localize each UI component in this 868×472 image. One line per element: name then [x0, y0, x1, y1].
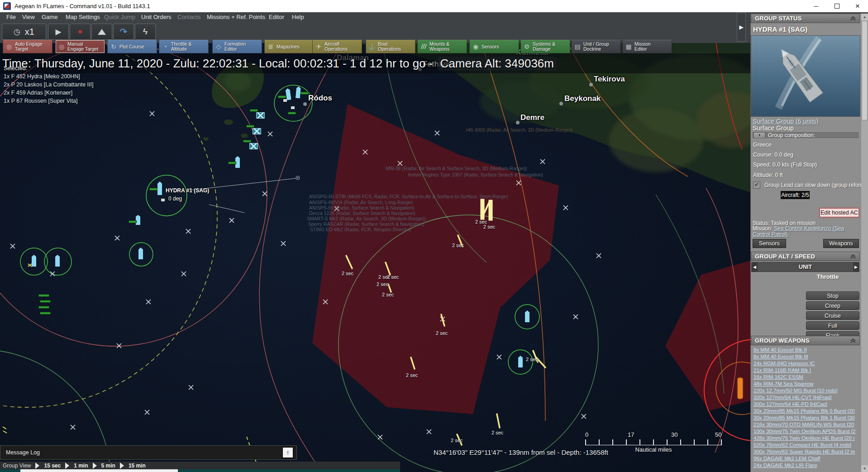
doctrine-document-icon: ▤	[572, 43, 583, 50]
group-lead-checkbox[interactable]: ✔	[753, 181, 760, 189]
friendly-ship-icon[interactable]	[525, 310, 529, 322]
time-compression-button[interactable]: ◷ x1	[2, 24, 46, 40]
weapon-link[interactable]: 428x 30mm/75 Twin Oerlikon HE Burst [20 …	[754, 435, 859, 442]
step-1min[interactable]: 1 min	[74, 462, 88, 469]
dropdown-arrow-icon[interactable]: ▼	[754, 132, 765, 138]
horizontal-scroll-thumb[interactable]	[20, 469, 178, 472]
horizontal-scrollbar[interactable]	[0, 469, 400, 472]
scroll-down-arrow[interactable]: ▼	[861, 465, 868, 472]
sidebar-scrollbar[interactable]: ▲ ▼	[861, 14, 868, 472]
systems-damage-button[interactable]: ⚙Systems & Damage	[520, 40, 570, 53]
group-composition-bar[interactable]: ▼ Group composition:	[752, 131, 859, 139]
mounts-weapons-button[interactable]: ///Mounts & Weapons	[417, 40, 467, 53]
friendly-ship-icon[interactable]	[136, 215, 140, 225]
tactical-map[interactable]: Time: Thursday, June 11, 2020 - Zulu: 22…	[0, 43, 750, 472]
status-bar-icon	[288, 112, 296, 114]
weapon-link[interactable]: 100x 30mm/75 Twin Oerlikon APDS Burst [2	[754, 428, 859, 435]
chevron-double-up-icon[interactable]	[850, 339, 856, 343]
weapon-link[interactable]: 300x 76mm/62 Super Rapido HE Burst [2 m	[754, 448, 859, 455]
weapon-link[interactable]: 216x 30mm/70 OTO MARLIN-WS Burst [20	[754, 421, 859, 428]
play-button[interactable]: ▶	[48, 24, 69, 40]
selected-units-panel: Selected: 1x F 452 Hydra [Meko 200HN] 2x…	[4, 65, 94, 105]
aircraft-operations-button[interactable]: ✈Aircraft Operations	[312, 40, 362, 53]
group-weapons-header[interactable]: GROUP WEAPONS	[751, 336, 860, 345]
step-button[interactable]	[91, 24, 112, 40]
weapon-link[interactable]: 300x 127mm/54 HE-PD [HiCap]	[754, 401, 859, 408]
scroll-thumb[interactable]	[862, 21, 868, 120]
throttle-full-button[interactable]: Full	[806, 321, 859, 330]
auto-engage-target-button[interactable]: ◎Auto Engage Target	[3, 40, 52, 53]
plot-course-button[interactable]: ↻Plot Course	[107, 40, 157, 53]
chevron-double-up-icon[interactable]	[850, 16, 856, 21]
boat-group-icon[interactable]	[249, 143, 258, 149]
edit-hosted-ac-button[interactable]: Edit hosted AC	[820, 208, 859, 217]
weapon-link[interactable]: 320x 127mm/54 HE-CVT [HiFrag]	[754, 394, 859, 401]
weapon-link[interactable]: 520x 76mm/62 Compact HE Burst [4 rnds]	[754, 442, 859, 448]
mission-prefix: Mission:	[753, 225, 774, 232]
weapon-link[interactable]: 24x DAGAIE Mk2 LIR Flare	[754, 462, 859, 469]
menu-editor[interactable]: Editor	[269, 12, 284, 22]
step-5min[interactable]: 5 min	[101, 462, 115, 469]
quick-action-button[interactable]: ϟ	[135, 24, 156, 40]
sensor-annotation: Sperry RASCAR (Radar, Surface Search & N…	[308, 221, 424, 227]
maximize-button[interactable]	[826, 0, 847, 12]
menu-file[interactable]: File	[6, 12, 16, 22]
weapon-link[interactable]: 96x DAGAIE Mk2 LEM Chaff	[754, 455, 859, 462]
weapon-link[interactable]: 48x RIM-7M Sea Sparrow	[754, 381, 859, 387]
menu-game[interactable]: Game	[42, 12, 57, 22]
step-15min[interactable]: 15 min	[129, 462, 146, 469]
weapon-link[interactable]: 8x MM.40 Exocet Blk III	[754, 353, 859, 360]
friendly-ship-icon[interactable]	[518, 356, 523, 367]
weapon-link[interactable]: 21x RIM-116B RAM Blk I	[754, 367, 859, 374]
throttle-cruise-button[interactable]: Cruise	[806, 311, 859, 320]
weapon-link[interactable]: 220x 12.7mm/50 MG Burst [10 rnds]	[754, 387, 859, 394]
chevron-double-up-icon[interactable]	[850, 254, 856, 259]
boat-operations-button[interactable]: ⚓Boat Operations	[366, 40, 415, 53]
minimize-button[interactable]: ─	[806, 0, 826, 12]
weapon-link[interactable]: 30x 20mm/85 Mk15 Phalanx Blk 1 Burst [30	[754, 415, 859, 421]
scroll-up-arrow[interactable]: ▲	[861, 14, 868, 20]
next-unit-button[interactable]: ▶	[853, 262, 859, 272]
expand-log-button[interactable]: ↑	[282, 447, 294, 458]
sidebar-expander-button[interactable]: ▶	[737, 13, 746, 42]
sidebar-weapons-button[interactable]: Weapons	[823, 239, 859, 248]
manual-engage-target-button[interactable]: ◎Manual Engage Target	[55, 40, 105, 53]
friendly-ship-icon[interactable]	[32, 255, 36, 267]
friendly-ship-icon[interactable]	[138, 248, 143, 259]
group-link[interactable]: Surface Group (6 units)	[753, 118, 819, 125]
sensors-button[interactable]: ◉Sensors	[469, 40, 519, 53]
jump-button[interactable]: ↷	[113, 24, 134, 40]
menu-missions-ref-points[interactable]: Missions + Ref. Points	[207, 12, 265, 22]
friendly-ship-icon[interactable]	[55, 255, 60, 267]
group-alt-speed-header[interactable]: GROUP ALT / SPEED	[751, 252, 860, 261]
weapon-link[interactable]: 30x 20mm/85 Mk15 Phalanx Blk 0 Burst [20	[754, 408, 859, 415]
throttle-altitude-button[interactable]: ◔Throttle & Altitude	[159, 40, 209, 53]
hydra-group-label[interactable]: HYDRA #1 (SAG)	[166, 187, 209, 194]
group-view-label[interactable]: Group View	[3, 462, 31, 469]
step-15sec[interactable]: 15 sec	[44, 462, 61, 469]
menu-unit-orders[interactable]: Unit Orders	[141, 12, 171, 22]
mission-editor-button[interactable]: ▦Mission Editor	[622, 40, 672, 53]
unit-group-doctrine-button[interactable]: ▤Unit / Group Doctrine	[571, 40, 621, 53]
weapon-link[interactable]: 8x MM.40 Exocet Blk II	[754, 347, 859, 353]
menu-map-settings[interactable]: Map Settings	[66, 12, 100, 22]
boat-group-icon[interactable]	[256, 112, 265, 119]
menu-help[interactable]: Help	[292, 12, 304, 22]
throttle-stop-button[interactable]: Stop	[806, 291, 859, 300]
close-button[interactable]: ✕	[847, 0, 868, 12]
formation-editor-button[interactable]: ◇Formation Editor	[212, 40, 262, 53]
magazines-button[interactable]: ≣Magazines	[264, 40, 314, 53]
sidebar-sensors-button[interactable]: Sensors	[753, 239, 786, 248]
group-status-header[interactable]: GROUP STATUS	[751, 14, 860, 23]
hydra-flagship-icon[interactable]	[157, 181, 162, 195]
aircraft-count-button[interactable]: Aircraft: 2/5	[780, 191, 810, 200]
record-button[interactable]: ●	[70, 24, 91, 40]
weapon-link[interactable]: 24x RGM-84D Harpoon IC	[754, 360, 859, 367]
message-log-bar[interactable]: Message Log ↑	[0, 445, 297, 460]
menu-view[interactable]: View	[22, 12, 35, 22]
throttle-creep-button[interactable]: Creep	[806, 301, 859, 310]
weapon-link[interactable]: 16x RIM-162C ESSM	[754, 374, 859, 381]
hostile-ship-icon[interactable]	[738, 378, 743, 399]
boat-group-icon[interactable]	[253, 128, 261, 134]
menu-contacts: Contacts	[177, 12, 200, 22]
